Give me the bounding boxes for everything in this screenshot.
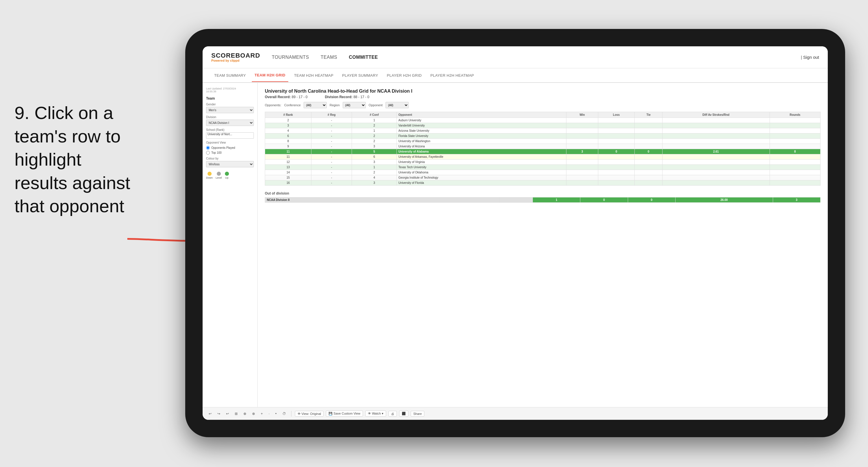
nav-tournaments[interactable]: TOURNAMENTS bbox=[272, 52, 309, 62]
tab-player-h2h-grid[interactable]: PLAYER H2H GRID bbox=[384, 69, 425, 82]
logo-area: SCOREBOARD Powered by clippd bbox=[211, 52, 260, 62]
toolbar-print[interactable]: 🖨 bbox=[389, 411, 397, 417]
scene: 9. Click on a team's row to highlight re… bbox=[0, 0, 868, 467]
table-row[interactable]: 3 - 2 Vanderbilt University bbox=[265, 123, 820, 128]
toolbar-minus[interactable]: ⊗ bbox=[250, 411, 257, 417]
table-row[interactable]: 9 - 3 University of Arizona bbox=[265, 144, 820, 149]
toolbar-view-original[interactable]: 👁 View: Original bbox=[295, 411, 324, 417]
toolbar-sep1 bbox=[291, 411, 291, 417]
last-updated: Last Updated: 27/03/2024 16:55:38 bbox=[206, 87, 254, 93]
toolbar-add[interactable]: + bbox=[259, 411, 265, 417]
gender-select[interactable]: Men's Women's bbox=[206, 107, 254, 113]
nav-right: | Sign out bbox=[801, 55, 819, 60]
conference-filter-label: Conference bbox=[284, 104, 301, 107]
nav-links: TOURNAMENTS TEAMS COMMITTEE bbox=[272, 52, 801, 62]
table-row[interactable]: 14 - 2 University of Oklahoma bbox=[265, 170, 820, 175]
data-records: Overall Record: 89 - 17 - 0 Division Rec… bbox=[265, 95, 820, 99]
out-of-division-section: Out of division NCAA Division II 1 0 0 2… bbox=[265, 192, 820, 203]
conference-filter-select[interactable]: (All) bbox=[304, 102, 327, 108]
nav-teams[interactable]: TEAMS bbox=[321, 52, 338, 62]
top-nav: SCOREBOARD Powered by clippd TOURNAMENTS… bbox=[203, 46, 828, 68]
sign-out-link[interactable]: Sign out bbox=[803, 55, 819, 60]
legend-down: Down bbox=[206, 172, 213, 179]
opponent-view-radios: Opponents Played Top 100 bbox=[206, 146, 254, 155]
legend: Down Level Up bbox=[206, 172, 254, 179]
toolbar-export[interactable]: ⬛ bbox=[399, 411, 408, 417]
opponents-filter-label: Opponents: bbox=[265, 104, 281, 107]
colour-by-select[interactable]: Win/loss Score bbox=[206, 161, 254, 167]
col-rank: # Rank bbox=[265, 112, 311, 118]
legend-dots: Down Level Up bbox=[206, 172, 254, 179]
opponent-filter-label: Opponent bbox=[369, 104, 383, 107]
main-content: Last Updated: 27/03/2024 16:55:38 Team G… bbox=[203, 83, 828, 407]
school-value[interactable]: University of Nort... bbox=[206, 132, 254, 139]
col-reg: # Reg bbox=[311, 112, 352, 118]
logo-powered-by: Powered by clippd bbox=[211, 59, 260, 62]
toolbar-clock[interactable]: ⏱ bbox=[281, 411, 288, 417]
tab-team-summary[interactable]: TEAM SUMMARY bbox=[211, 69, 249, 82]
table-row[interactable]: 11 - 6 University of Arkansas, Fayettevi… bbox=[265, 154, 820, 159]
toolbar-grid[interactable]: ⊞ bbox=[233, 411, 239, 417]
legend-down-dot bbox=[208, 172, 212, 176]
data-title: University of North Carolina Head-to-Hea… bbox=[265, 89, 820, 94]
tablet-frame: SCOREBOARD Powered by clippd TOURNAMENTS… bbox=[185, 29, 845, 437]
table-row[interactable]: 13 - 1 Texas Tech University bbox=[265, 165, 820, 170]
out-of-division-table: NCAA Division II 1 0 0 26.00 3 bbox=[265, 197, 820, 203]
toolbar-redo[interactable]: ↪ bbox=[216, 411, 222, 417]
overall-record: Overall Record: 89 - 17 - 0 bbox=[265, 95, 307, 99]
region-filter-select[interactable]: (All) bbox=[343, 102, 366, 108]
h2h-table: # Rank # Reg # Conf Opponent Win Loss Ti… bbox=[265, 112, 820, 185]
toolbar-share[interactable]: Share bbox=[411, 411, 424, 417]
toolbar-back[interactable]: ↩ bbox=[224, 411, 231, 417]
division-select[interactable]: NCAA Division I NCAA Division II NCAA Di… bbox=[206, 120, 254, 126]
gender-label: Gender bbox=[206, 103, 254, 106]
out-of-division-title: Out of division bbox=[265, 192, 820, 196]
table-row[interactable]: 16 - 3 University of Florida bbox=[265, 180, 820, 185]
table-row[interactable]: 12 - 3 University of Virginia bbox=[265, 159, 820, 165]
col-rounds: Rounds bbox=[770, 112, 820, 118]
col-conf: # Conf bbox=[352, 112, 397, 118]
tab-player-summary[interactable]: PLAYER SUMMARY bbox=[339, 69, 381, 82]
div-label: NCAA Division II bbox=[265, 198, 500, 203]
out-of-division-row[interactable]: NCAA Division II 1 0 0 26.00 3 bbox=[265, 198, 820, 203]
table-row[interactable]: 2 - 1 Auburn University bbox=[265, 118, 820, 123]
toolbar-save-custom[interactable]: 💾 Save Custom View bbox=[326, 411, 363, 417]
opponent-filter-select[interactable]: (All) bbox=[385, 102, 409, 108]
bottom-toolbar: ↩ ↪ ↩ ⊞ ⊕ ⊗ + · • ⏱ 👁 View: Original 💾 S… bbox=[203, 407, 828, 420]
legend-up: Up bbox=[225, 172, 229, 179]
toolbar-watch[interactable]: 👁 Watch ▾ bbox=[365, 411, 386, 417]
tab-player-h2h-heatmap[interactable]: PLAYER H2H HEATMAP bbox=[428, 69, 477, 82]
col-opponent: Opponent bbox=[397, 112, 566, 118]
table-row[interactable]: 4 - 1 Arizona State University bbox=[265, 128, 820, 134]
toolbar-dot2[interactable]: • bbox=[274, 411, 278, 417]
region-filter-label: Region bbox=[330, 104, 340, 107]
opponent-view-label: Opponent View bbox=[206, 141, 254, 144]
radio-top100[interactable]: Top 100 bbox=[206, 151, 254, 155]
col-loss: Loss bbox=[598, 112, 635, 118]
filter-row: Opponents: Conference (All) Region (All)… bbox=[265, 102, 820, 108]
colour-by-label: Colour by bbox=[206, 157, 254, 160]
table-row[interactable]: 8 - 2 University of Washington bbox=[265, 139, 820, 144]
division-label: Division bbox=[206, 116, 254, 119]
logo-title: SCOREBOARD bbox=[211, 52, 260, 59]
legend-level-dot bbox=[217, 172, 221, 176]
nav-committee[interactable]: COMMITTEE bbox=[349, 52, 378, 62]
toolbar-dot1[interactable]: · bbox=[267, 411, 271, 417]
sidebar-team-section: Team bbox=[206, 96, 254, 100]
sub-nav: TEAM SUMMARY TEAM H2H GRID TEAM H2H HEAT… bbox=[203, 68, 828, 83]
toolbar-undo[interactable]: ↩ bbox=[207, 411, 213, 417]
instruction-body: Click on a team's row to highlight resul… bbox=[14, 103, 130, 216]
tablet-screen: SCOREBOARD Powered by clippd TOURNAMENTS… bbox=[203, 46, 828, 420]
toolbar-plus[interactable]: ⊕ bbox=[242, 411, 248, 417]
table-row[interactable]: 15 - 4 Georgia Institute of Technology bbox=[265, 175, 820, 180]
tab-team-h2h-grid[interactable]: TEAM H2H GRID bbox=[252, 69, 288, 82]
table-row[interactable]: 11 - 5 University of Alabama 3 0 0 2.61 … bbox=[265, 149, 820, 154]
table-row[interactable]: 6 - 2 Florida State University bbox=[265, 134, 820, 139]
step-number: 9. bbox=[14, 103, 30, 123]
tab-team-h2h-heatmap[interactable]: TEAM H2H HEATMAP bbox=[291, 69, 336, 82]
col-tie: Tie bbox=[635, 112, 662, 118]
table-header-row: # Rank # Reg # Conf Opponent Win Loss Ti… bbox=[265, 112, 820, 118]
radio-opponents-played[interactable]: Opponents Played bbox=[206, 146, 254, 150]
data-area: University of North Carolina Head-to-Hea… bbox=[257, 83, 828, 407]
instruction-text: 9. Click on a team's row to highlight re… bbox=[14, 101, 136, 218]
